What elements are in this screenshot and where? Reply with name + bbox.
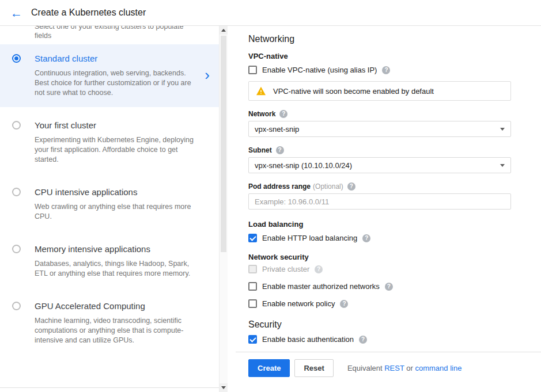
create-button[interactable]: Create — [248, 359, 290, 377]
vpc-native-warning-banner: VPC-native will soon become enabled by d… — [248, 81, 511, 101]
pod-range-input[interactable] — [248, 193, 511, 210]
back-arrow-icon[interactable]: ← — [10, 7, 31, 19]
basic-authentication-label: Enable basic authentication — [262, 335, 354, 344]
subnet-label: Subnet — [248, 146, 272, 154]
private-cluster-row: Private cluster ? — [248, 265, 511, 273]
help-icon[interactable]: ? — [359, 336, 367, 344]
template-description: Continuous integration, web serving, bac… — [35, 68, 195, 98]
basic-authentication-row: Enable basic authentication ? — [248, 335, 511, 344]
radio-selected-icon[interactable] — [12, 54, 21, 63]
rest-link[interactable]: REST — [384, 364, 404, 372]
or-text: or — [406, 364, 413, 372]
template-title: GPU Accelerated Computing — [35, 301, 195, 311]
subnet-select-value: vpx-snet-snip (10.10.10.0/24) — [255, 161, 352, 170]
help-icon[interactable]: ? — [362, 234, 370, 242]
page-header: ← Create a Kubernetes cluster — [0, 0, 541, 26]
network-select-value: vpx-snet-snip — [255, 125, 299, 134]
help-icon[interactable]: ? — [340, 300, 348, 308]
help-icon[interactable]: ? — [382, 66, 390, 74]
chevron-right-icon[interactable]: › — [205, 67, 210, 82]
pod-range-label: Pod address range — [248, 182, 311, 191]
radio-unselected-icon[interactable] — [12, 121, 21, 130]
basic-authentication-checkbox[interactable] — [248, 335, 257, 344]
template-option-gpu-accelerated[interactable]: GPU Accelerated Computing Machine learni… — [0, 292, 219, 355]
page-body: Select one of your existing clusters to … — [0, 26, 541, 392]
optional-tag: (Optional) — [313, 182, 343, 191]
network-label: Network — [248, 110, 275, 118]
triangle-down-icon — [221, 386, 226, 389]
equivalent-text: Equivalent — [347, 364, 383, 372]
warning-icon — [256, 86, 266, 96]
master-authorized-networks-label: Enable master authorized networks — [262, 282, 380, 291]
triangle-up-icon — [221, 29, 226, 32]
network-field-label: Network ? — [248, 110, 511, 118]
vpc-native-checkbox-label: Enable VPC-native (using alias IP) — [262, 66, 377, 74]
sidebar-scrollbar[interactable] — [219, 26, 228, 392]
help-icon[interactable]: ? — [279, 110, 287, 118]
template-option-cpu-intensive[interactable]: CPU intensive applications Web crawling … — [0, 178, 219, 231]
template-title: CPU intensive applications — [35, 187, 195, 197]
pod-range-field-label: Pod address range (Optional) ? — [248, 182, 511, 191]
warning-text: VPC-native will soon become enabled by d… — [273, 87, 434, 96]
template-description: Experimenting with Kubernetes Engine, de… — [35, 135, 195, 165]
template-option-memory-intensive[interactable]: Memory intensive applications Databases,… — [0, 235, 219, 288]
help-icon[interactable]: ? — [347, 182, 355, 191]
master-authorized-networks-row: Enable master authorized networks ? — [248, 282, 511, 291]
main-panel: Networking VPC-native Enable VPC-native … — [228, 26, 541, 392]
radio-unselected-icon[interactable] — [12, 302, 21, 310]
scroll-down-button[interactable] — [220, 383, 228, 392]
help-icon[interactable]: ? — [276, 146, 284, 154]
template-description: Machine learning, video transcoding, sci… — [35, 316, 195, 345]
template-description: Databases, analytics, things like Hadoop… — [35, 259, 195, 279]
network-policy-checkbox[interactable] — [248, 299, 257, 308]
scroll-up-button[interactable] — [220, 26, 228, 35]
vpc-native-label: VPC-native — [248, 52, 511, 60]
template-title: Memory intensive applications — [35, 244, 195, 254]
network-policy-label: Enable network policy — [262, 299, 335, 308]
master-authorized-networks-checkbox[interactable] — [248, 282, 257, 291]
http-load-balancing-label: Enable HTTP load balancing — [262, 234, 357, 242]
create-kubernetes-cluster-page: ← Create a Kubernetes cluster Select one… — [0, 0, 541, 392]
private-cluster-checkbox — [248, 265, 257, 273]
networking-heading: Networking — [248, 34, 511, 44]
radio-unselected-icon[interactable] — [12, 188, 21, 196]
command-line-link[interactable]: command line — [415, 364, 461, 372]
sidebar-intro: Select one of your existing clusters to … — [0, 26, 219, 44]
caret-down-icon — [500, 128, 505, 131]
scrollbar-thumb[interactable] — [221, 36, 226, 252]
reset-button[interactable]: Reset — [294, 359, 333, 377]
template-title: Your first cluster — [35, 120, 195, 130]
caret-down-icon — [500, 164, 505, 167]
network-security-label: Network security — [248, 253, 511, 261]
form-footer: Create Reset Equivalent REST or command … — [248, 359, 511, 377]
subnet-select[interactable]: vpx-snet-snip (10.10.10.0/24) — [248, 157, 511, 173]
private-cluster-label: Private cluster — [262, 265, 309, 273]
help-icon: ? — [315, 265, 323, 273]
page-title: Create a Kubernetes cluster — [31, 7, 146, 18]
template-title: Standard cluster — [35, 54, 195, 63]
load-balancing-label: Load balancing — [248, 220, 511, 229]
sidebar-intro-text: Select one of your existing clusters to … — [35, 26, 196, 40]
help-icon[interactable]: ? — [385, 283, 393, 291]
template-description: Web crawling or anything else that requi… — [35, 202, 195, 222]
vpc-native-row: Enable VPC-native (using alias IP) ? — [248, 66, 511, 74]
template-option-your-first-cluster[interactable]: Your first cluster Experimenting with Ku… — [0, 111, 219, 174]
equivalent-links: Equivalent REST or command line — [347, 364, 462, 372]
radio-unselected-icon[interactable] — [12, 245, 21, 253]
http-load-balancing-row: Enable HTTP load balancing ? — [248, 234, 511, 242]
divider — [0, 387, 219, 388]
subnet-field-label: Subnet ? — [248, 146, 511, 154]
template-sidebar: Select one of your existing clusters to … — [0, 26, 219, 392]
security-heading: Security — [248, 319, 511, 330]
vpc-native-checkbox[interactable] — [248, 66, 257, 74]
scrollbar-track[interactable] — [220, 35, 228, 383]
http-load-balancing-checkbox[interactable] — [248, 234, 257, 242]
network-select[interactable]: vpx-snet-snip — [248, 121, 511, 137]
divider — [236, 352, 541, 352]
network-policy-row: Enable network policy ? — [248, 299, 511, 308]
template-option-standard-cluster[interactable]: Standard cluster Continuous integration,… — [0, 44, 219, 107]
